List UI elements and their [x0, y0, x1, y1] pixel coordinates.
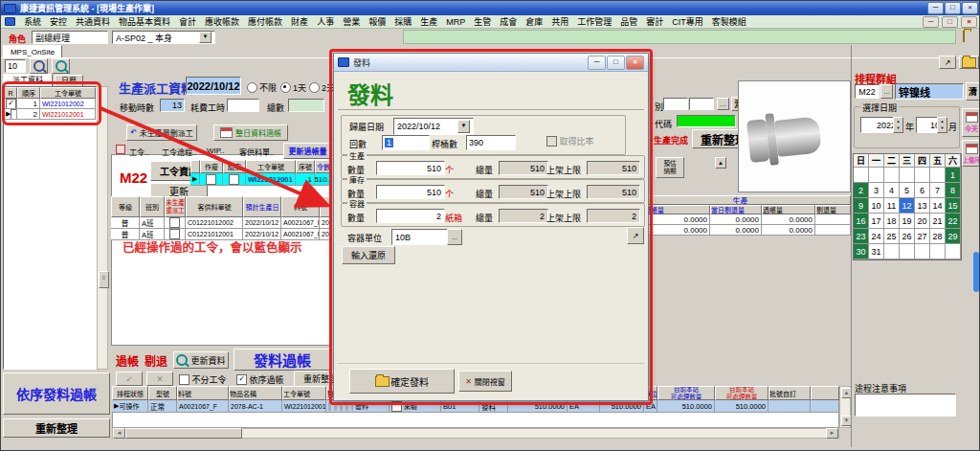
dropdown-arrow-icon[interactable]: ▼ [199, 32, 212, 43]
menu-item[interactable]: 系統 [24, 15, 41, 28]
menu-item[interactable]: 成會 [500, 15, 517, 28]
wo-row-close-check[interactable] [223, 173, 246, 186]
count-input[interactable]: 10 [5, 59, 26, 73]
right-scrollbar[interactable] [973, 252, 979, 292]
scrollbar-thumb[interactable]: ≡ [99, 271, 109, 288]
prev-month-button[interactable]: 上個月 [962, 140, 980, 167]
calendar-day[interactable]: 8 [946, 183, 961, 198]
popout-button[interactable]: ↗ [939, 56, 956, 69]
checkbox-checked-icon[interactable]: ✓ [236, 374, 247, 385]
br-check[interactable]: 來驗 [390, 400, 441, 413]
checkbox-no-split[interactable]: 不分工令 [179, 373, 227, 386]
close-window-button[interactable]: ✕ 關閉視窗 [458, 371, 512, 392]
calendar-day[interactable] [915, 244, 930, 259]
detail-row-extra[interactable]: 20 [320, 229, 332, 240]
calendar-day[interactable]: 26 [900, 229, 915, 244]
br-avail1[interactable]: 510.0000 [657, 400, 715, 413]
radio-2day[interactable]: 2天 [309, 81, 335, 94]
menu-item[interactable]: 倉庫 [525, 15, 543, 28]
undispatch-button[interactable]: ↶未生產量刪派工 [126, 124, 197, 141]
schedule-group-browse[interactable]: … [880, 84, 893, 99]
calendar-day[interactable]: 23 [854, 229, 869, 244]
menu-item[interactable]: 共通資料 [76, 15, 110, 28]
calendar-day[interactable] [869, 168, 884, 183]
route-note-input[interactable] [855, 394, 956, 417]
radio-icon[interactable] [309, 82, 320, 93]
calendar-day[interactable]: 22 [946, 214, 961, 229]
radio-icon[interactable] [247, 82, 257, 93]
bottom-h-scrollbar[interactable]: ◄ ► [112, 428, 839, 439]
radio-unlimited[interactable]: 不限 [247, 81, 277, 94]
calendar-day[interactable]: 29 [946, 229, 961, 244]
calendar-day[interactable] [946, 244, 961, 259]
menu-item[interactable]: 營業 [343, 15, 360, 28]
scroll-right-icon[interactable]: ► [826, 428, 838, 439]
schedule-group-code[interactable]: M22 [855, 84, 880, 99]
list-row-seq[interactable]: 1 [17, 99, 40, 109]
tab-calendar[interactable]: 日曆 [55, 75, 83, 86]
calendar-day[interactable]: 2 [854, 183, 869, 198]
category-input-2[interactable] [689, 98, 714, 110]
folder-button[interactable] [959, 56, 979, 69]
br-wo[interactable]: WI221012001 [282, 400, 326, 413]
detail-row-date[interactable]: 2022/10/12 [243, 217, 281, 229]
tab-mps-onsite[interactable]: MPS_OnSite [3, 45, 62, 58]
br-op[interactable]: 發料 [479, 400, 508, 413]
menu-item[interactable]: 應收帳款 [205, 15, 239, 28]
tab-work-order[interactable]: 工令.. [129, 147, 148, 157]
total-input[interactable] [288, 99, 324, 112]
br-unit1[interactable]: EA [568, 400, 600, 413]
detail-row-class[interactable]: A班 [140, 217, 165, 229]
radio-on-icon[interactable] [280, 82, 291, 93]
calendar-day[interactable]: 16 [854, 214, 869, 229]
br-batch[interactable] [768, 400, 811, 413]
search-all-button[interactable] [52, 58, 70, 74]
br-extra[interactable] [811, 400, 839, 413]
tab-wip[interactable]: WIP.. [207, 147, 225, 155]
calendar-day[interactable]: 19 [900, 214, 915, 229]
menu-item[interactable]: 審計 [646, 15, 663, 28]
calendar-day[interactable] [930, 168, 946, 183]
popout-button[interactable]: ↗ [627, 227, 644, 244]
detail-row-part[interactable]: A0021067_F [281, 217, 320, 229]
br-part[interactable]: A0021067_F [177, 400, 229, 413]
search-button[interactable] [30, 58, 48, 74]
wo-row-seq[interactable]: 1 [296, 173, 315, 186]
br-avail2[interactable]: 510.0000 [715, 400, 768, 413]
checkbox-icon[interactable] [179, 374, 189, 385]
calendar-day[interactable]: 20 [915, 214, 930, 229]
stock-qty-input[interactable]: 510 [376, 185, 445, 199]
prod-qty-input[interactable]: 510 [376, 161, 445, 175]
tab-dispatch-data[interactable]: 派工資料 [3, 74, 53, 86]
br-target[interactable]: 發料 [326, 400, 390, 413]
menu-item[interactable]: 共用 [551, 15, 568, 28]
calendar-day[interactable]: 9 [854, 198, 869, 214]
tab-post[interactable]: 過帳 [116, 352, 139, 369]
menu-item[interactable]: 安控 [50, 15, 67, 28]
calendar-day[interactable] [854, 168, 869, 183]
mdi-close-button[interactable]: × [961, 16, 977, 28]
calendar-day[interactable]: 15 [946, 198, 961, 214]
close-button[interactable]: × [962, 2, 978, 14]
update-data-button[interactable]: 更新資料 [173, 351, 229, 369]
role-unit-dropdown[interactable]: A-SP02 _ 本身 ▼ [112, 31, 215, 44]
minimize-button[interactable]: ─ [927, 2, 944, 14]
calendar-day[interactable]: 24 [869, 229, 884, 244]
cost-hours-input[interactable] [227, 99, 259, 112]
calendar-day[interactable]: 13 [915, 198, 930, 214]
calendar-day[interactable]: 27 [915, 229, 930, 244]
code-field[interactable] [677, 115, 736, 127]
category-input-1[interactable] [663, 98, 688, 110]
br-unit2[interactable]: EA [644, 400, 657, 413]
calendar-day[interactable]: 14 [930, 198, 946, 214]
menu-item[interactable]: 生產 [420, 15, 437, 28]
calendar-day[interactable]: 30 [854, 244, 869, 259]
checkbox-in-order[interactable]: ✓ 依序過帳 [236, 373, 284, 386]
menu-item[interactable]: 會計 [179, 15, 196, 28]
calendar-day[interactable]: 31 [869, 244, 884, 259]
wo-row-number[interactable]: WI221012001 [246, 173, 296, 186]
menu-item[interactable]: 客製模組 [712, 15, 746, 28]
list-row-seq[interactable]: 2 [17, 109, 40, 120]
calendar-day[interactable]: 18 [884, 214, 900, 229]
calendar-day[interactable] [915, 168, 930, 183]
